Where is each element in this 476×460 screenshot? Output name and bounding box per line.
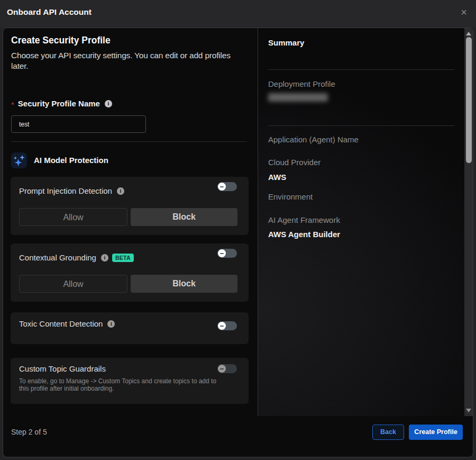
step-indicator: Step 2 of 5 — [11, 428, 47, 436]
allow-button[interactable]: Allow — [19, 208, 127, 226]
security-profile-name-label: Security Profile Name — [18, 99, 100, 108]
framework-value: AWS Agent Builder — [268, 230, 340, 239]
divider — [268, 69, 454, 70]
framework-label: AI Agent Framework — [268, 215, 340, 224]
divider — [268, 125, 454, 126]
sparkles-icon — [11, 152, 27, 168]
summary-title: Summary — [268, 38, 304, 47]
modal-body: Create Security Profile Choose your API … — [3, 28, 473, 457]
contextual-grounding-toggle[interactable] — [217, 249, 237, 258]
setting-label: Contextual Grounding — [19, 253, 96, 262]
info-icon[interactable]: i — [107, 320, 115, 328]
setting-card-contextual-grounding: Contextual Grounding i BETA Allow Block — [11, 243, 249, 302]
scroll-thumb[interactable] — [466, 37, 472, 163]
scroll-down-arrow[interactable] — [466, 409, 471, 412]
required-asterisk: * — [11, 100, 14, 109]
setting-card-toxic-content: Toxic Content Detection i — [11, 312, 249, 344]
setting-label: Prompt Injection Detection — [19, 186, 112, 195]
info-icon[interactable]: i — [105, 100, 112, 107]
setting-card-custom-topic: Custom Topic Guardrails To enable, go to… — [11, 358, 249, 404]
block-button[interactable]: Block — [131, 275, 237, 293]
custom-topic-toggle — [217, 364, 237, 373]
info-icon[interactable]: i — [101, 254, 108, 261]
setting-label: Custom Topic Guardrails — [19, 364, 106, 373]
beta-badge: BETA — [112, 254, 134, 262]
deployment-profile-value-redacted — [268, 93, 328, 102]
block-button[interactable]: Block — [131, 208, 237, 226]
summary-panel: Summary Deployment Profile Application (… — [258, 28, 464, 416]
info-icon[interactable]: i — [117, 187, 124, 195]
modal-title: Onboard API Account — [7, 7, 91, 17]
divider — [11, 141, 247, 142]
setting-description: To enable, go to Manage -> Custom Topics… — [19, 377, 221, 392]
scroll-up-arrow[interactable] — [466, 32, 471, 35]
scrollbar[interactable] — [464, 28, 473, 416]
deployment-profile-label: Deployment Profile — [268, 79, 335, 88]
security-profile-form: Create Security Profile Choose your API … — [3, 28, 258, 417]
prompt-injection-toggle[interactable] — [217, 182, 237, 191]
section-title: AI Model Protection — [34, 156, 108, 165]
create-profile-button[interactable]: Create Profile — [409, 425, 463, 440]
allow-button[interactable]: Allow — [19, 275, 127, 293]
cloud-provider-value: AWS — [268, 173, 286, 182]
security-profile-name-input[interactable] — [11, 115, 146, 133]
cloud-provider-label: Cloud Provider — [268, 158, 321, 167]
back-button[interactable]: Back — [372, 425, 404, 440]
environment-label: Environment — [268, 192, 313, 201]
modal-header: Onboard API Account × — [0, 0, 476, 28]
page-title: Create Security Profile — [11, 35, 111, 46]
application-name-label: Application (Agent) Name — [268, 135, 359, 144]
setting-card-prompt-injection: Prompt Injection Detection i Allow Block — [11, 177, 249, 235]
page-subtitle: Choose your API security settings. You c… — [11, 50, 239, 71]
toxic-content-toggle[interactable] — [217, 321, 237, 330]
close-icon[interactable]: × — [458, 6, 470, 18]
setting-label: Toxic Content Detection — [19, 319, 103, 328]
